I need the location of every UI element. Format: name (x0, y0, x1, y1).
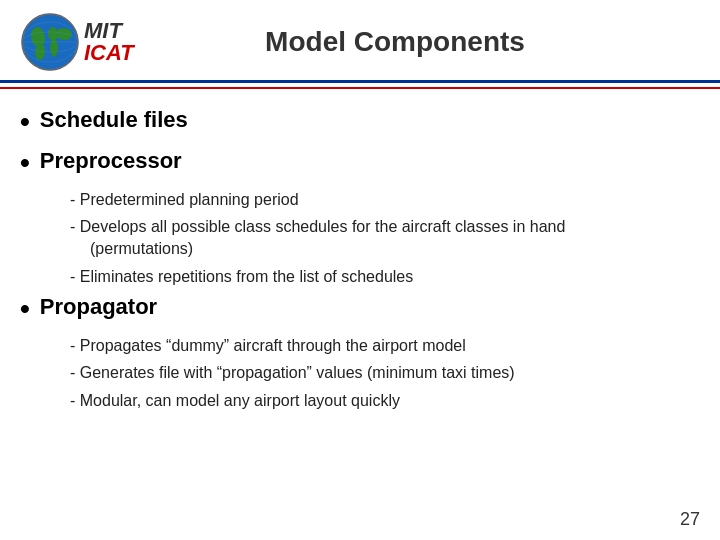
logo-text: MIT ICAT (84, 20, 134, 64)
preprocessor-sub-2-cont: (permutations) (90, 238, 690, 260)
bullet-preprocessor: • Preprocessor (20, 148, 690, 179)
slide-title: Model Components (265, 26, 525, 57)
propagator-sub-2: - Generates file with “propagation” valu… (70, 362, 690, 384)
preprocessor-sub-2-text: - Develops all possible class schedules … (70, 218, 565, 235)
propagator-sub-3: - Modular, can model any airport layout … (70, 390, 690, 412)
bullet-label-propagator: Propagator (40, 294, 157, 320)
globe-icon (20, 12, 80, 72)
propagator-sub-1: - Propagates “dummy” aircraft through th… (70, 335, 690, 357)
bullet-dot-1: • (20, 107, 30, 138)
bullet-dot-3: • (20, 294, 30, 325)
svg-point-4 (50, 39, 58, 57)
divider-blue (0, 80, 720, 83)
bullet-dot-2: • (20, 148, 30, 179)
bullet-schedule-files: • Schedule files (20, 107, 690, 138)
bullet-label-preprocessor: Preprocessor (40, 148, 182, 174)
preprocessor-sub-bullets: - Predetermined planning period - Develo… (70, 189, 690, 289)
page-number: 27 (680, 509, 700, 530)
preprocessor-sub-1: - Predetermined planning period (70, 189, 690, 211)
preprocessor-sub-3: - Eliminates repetitions from the list o… (70, 266, 690, 288)
logo-icat-text: ICAT (84, 42, 134, 64)
propagator-sub-bullets: - Propagates “dummy” aircraft through th… (70, 335, 690, 412)
bullet-propagator: • Propagator (20, 294, 690, 325)
preprocessor-sub-2: - Develops all possible class schedules … (70, 216, 690, 261)
bullet-label-schedule-files: Schedule files (40, 107, 188, 133)
logo-area: MIT ICAT (20, 12, 150, 72)
title-area: Model Components (150, 26, 700, 58)
logo-mit-text: MIT (84, 20, 134, 42)
content-area: • Schedule files • Preprocessor - Predet… (0, 89, 720, 428)
header: MIT ICAT Model Components (0, 0, 720, 80)
